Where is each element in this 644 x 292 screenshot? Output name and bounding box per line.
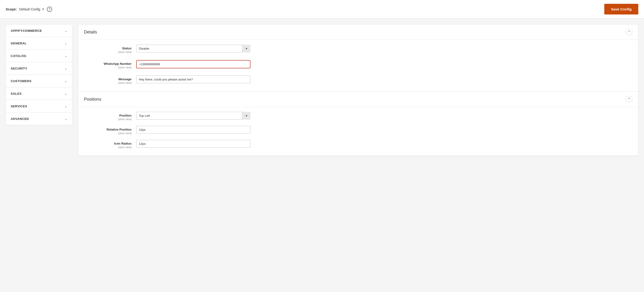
sidebar-item-label: GENERAL [11,41,27,45]
top-bar: Scope: Default Config ▼ ? Save Config [0,0,644,18]
main-layout: APPIFYCOMMERCE ⌄ GENERAL ⌄ CATALOG ⌄ SEC… [0,18,644,162]
icon-radius-label-group: Icon Radius [store view] [84,140,136,148]
positions-section-header: Positions ⌃ [78,92,638,107]
status-label-group: Status [store view] [84,45,136,53]
sidebar-item-label: ADVANCED [11,117,29,121]
whatsapp-label: WhatsApp Number [84,62,132,66]
status-select[interactable]: Disable Enable [136,45,250,52]
chevron-down-icon: ⌄ [64,29,67,32]
chevron-down-icon: ⌄ [64,117,67,121]
status-select-wrapper: Disable Enable ▼ [136,45,250,52]
details-toggle-button[interactable]: ⌃ [626,29,632,35]
scope-area: Scope: Default Config ▼ ? [6,7,52,12]
sidebar-item-customers[interactable]: CUSTOMERS ⌄ [6,75,72,87]
sidebar-item-label: SECURITY [11,67,27,70]
sidebar-item-label: APPIFYCOMMERCE [11,29,42,32]
relative-position-row: Relative Position [store view] [84,126,632,135]
positions-section-title: Positions [84,97,101,102]
chevron-down-icon: ⌄ [64,79,67,83]
chevron-down-icon: ⌄ [64,104,67,108]
status-sublabel: [store view] [84,51,132,53]
message-label: Message [84,77,132,81]
sidebar-item-services[interactable]: SERVICES ⌄ [6,100,72,113]
sidebar-item-general[interactable]: GENERAL ⌄ [6,37,72,50]
scope-value: Default Config [19,7,40,11]
relative-position-label-group: Relative Position [store view] [84,126,136,135]
status-row: Status [store view] Disable Enable ▼ [84,45,632,53]
message-row: Message [store view] [84,75,632,84]
sidebar: APPIFYCOMMERCE ⌄ GENERAL ⌄ CATALOG ⌄ SEC… [6,24,72,125]
position-control: Top Left Top Right Bottom Left Bottom Ri… [136,112,250,120]
save-config-button[interactable]: Save Config [604,4,638,14]
position-sublabel: [store view] [84,118,132,121]
chevron-up-icon: ⌃ [628,30,631,34]
chevron-down-icon: ⌄ [64,41,67,45]
position-select-wrapper: Top Left Top Right Bottom Left Bottom Ri… [136,112,250,120]
position-label: Position [84,114,132,117]
help-label: ? [48,7,50,11]
icon-radius-input[interactable] [136,140,250,148]
whatsapp-sublabel: [store view] [84,66,132,69]
sidebar-item-advanced[interactable]: ADVANCED ⌄ [6,113,72,125]
chevron-down-icon: ▼ [42,7,44,11]
sidebar-item-sales[interactable]: SALES ⌄ [6,87,72,100]
relative-position-input[interactable] [136,126,250,134]
message-sublabel: [store view] [84,81,132,84]
sidebar-item-label: SERVICES [11,105,27,108]
icon-radius-sublabel: [store view] [84,146,132,148]
positions-section: Positions ⌃ Position [store view] Top [78,92,638,156]
relative-position-sublabel: [store view] [84,132,132,135]
scope-select[interactable]: Default Config ▼ [19,7,45,11]
relative-position-label: Relative Position [84,128,132,131]
whatsapp-label-group: WhatsApp Number [store view] [84,60,136,69]
sidebar-item-appifycommerce[interactable]: APPIFYCOMMERCE ⌄ [6,24,72,37]
chevron-down-icon: ⌄ [64,66,67,70]
help-icon[interactable]: ? [47,7,52,12]
chevron-down-icon: ⌄ [64,92,67,95]
details-section-title: Details [84,30,97,35]
whatsapp-control [136,60,250,68]
status-label: Status [84,46,132,50]
details-section: Details ⌃ Status [store view] Disable [78,24,638,92]
message-control [136,75,250,83]
sidebar-item-label: CATALOG [11,54,26,58]
message-label-group: Message [store view] [84,75,136,84]
sidebar-item-label: CUSTOMERS [11,79,32,83]
whatsapp-number-input[interactable] [136,60,250,68]
details-section-body: Status [store view] Disable Enable ▼ [78,40,638,91]
position-label-group: Position [store view] [84,112,136,121]
status-control: Disable Enable ▼ [136,45,250,52]
position-select[interactable]: Top Left Top Right Bottom Left Bottom Ri… [136,112,250,120]
relative-position-control [136,126,250,134]
positions-section-body: Position [store view] Top Left Top Right… [78,107,638,156]
sidebar-item-security[interactable]: SECURITY ⌄ [6,62,72,75]
chevron-up-icon: ⌃ [628,97,631,102]
sidebar-item-label: SALES [11,92,22,95]
details-section-header: Details ⌃ [78,24,638,40]
message-input[interactable] [136,75,250,83]
sidebar-item-catalog[interactable]: CATALOG ⌄ [6,50,72,62]
content-area: Details ⌃ Status [store view] Disable [78,24,638,156]
icon-radius-control [136,140,250,148]
icon-radius-row: Icon Radius [store view] [84,140,632,148]
whatsapp-number-row: WhatsApp Number [store view] [84,59,632,70]
scope-label: Scope: [6,7,17,11]
position-row: Position [store view] Top Left Top Right… [84,112,632,121]
icon-radius-label: Icon Radius [84,142,132,145]
chevron-down-icon: ⌄ [64,54,67,58]
positions-toggle-button[interactable]: ⌃ [626,96,632,103]
